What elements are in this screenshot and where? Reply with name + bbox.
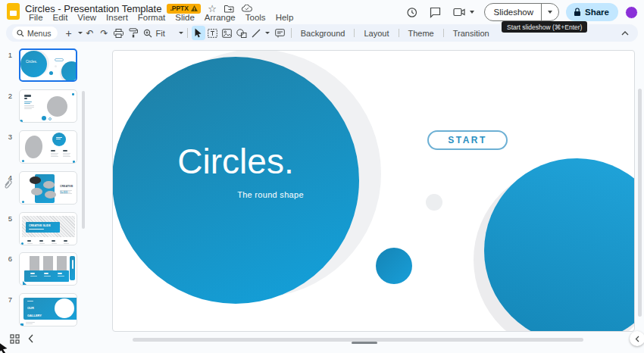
menu-view[interactable]: View — [73, 12, 101, 23]
menu-tools[interactable]: Tools — [241, 12, 270, 23]
slide-thumbnail-7[interactable]: OUR GALLERY — [19, 293, 77, 326]
header-actions: Slideshow Share — [404, 3, 638, 21]
thumb-gray-dot — [55, 65, 57, 67]
toolbar-collapse-button[interactable] — [618, 26, 632, 40]
slide-thumbnail-5[interactable]: CREATIVE SLIDE — [19, 212, 77, 245]
slide-thumbnail-1[interactable]: Circles. — [19, 48, 77, 82]
menu-help[interactable]: Help — [271, 12, 299, 23]
menu-arrange[interactable]: Arrange — [200, 12, 240, 23]
mouse-cursor — [0, 342, 10, 353]
thumb-label: OUR — [27, 307, 34, 311]
thumb-side-tab — [70, 256, 75, 280]
toolbar-divider — [291, 28, 292, 38]
start-button[interactable]: START — [427, 130, 508, 150]
paint-format-button[interactable] — [127, 26, 140, 40]
print-button[interactable] — [112, 26, 126, 40]
slideshow-button[interactable]: Slideshow — [485, 4, 541, 20]
zoom-value[interactable]: Fit — [155, 29, 167, 38]
chevron-down-icon — [548, 11, 552, 14]
slide-thumbnail-2[interactable] — [19, 89, 77, 123]
transition-button[interactable]: Transition — [448, 29, 495, 38]
slide-number: 5 — [5, 214, 15, 223]
share-button[interactable]: Share — [566, 3, 618, 21]
menu-insert[interactable]: Insert — [102, 12, 133, 23]
filmstrip-row-6: 6 — [0, 252, 88, 289]
slide-thumbnail-3[interactable] — [19, 130, 77, 164]
slide-subtitle[interactable]: The round shape — [237, 190, 304, 199]
menu-file[interactable]: File — [24, 12, 48, 23]
chevron-left-icon — [635, 336, 639, 342]
zoom-dropdown[interactable] — [179, 32, 183, 34]
menu-format[interactable]: Format — [133, 12, 170, 23]
select-tool-button[interactable] — [192, 26, 205, 40]
account-avatar[interactable] — [625, 6, 638, 19]
insert-image-button[interactable] — [220, 26, 234, 40]
video-call-icon[interactable] — [451, 4, 467, 20]
insert-line-dropdown[interactable] — [265, 32, 270, 34]
comments-icon[interactable] — [427, 4, 444, 20]
bottom-right-blue-circle[interactable] — [484, 158, 635, 332]
pptx-label: .PPTX — [170, 5, 189, 12]
thumb-blue-dot — [49, 71, 53, 75]
video-call-dropdown[interactable] — [470, 11, 474, 14]
slide-thumbnail-6[interactable] — [19, 252, 77, 286]
filmstrip-scrollbar[interactable] — [82, 91, 85, 229]
thumb-blue-square — [20, 323, 23, 326]
slide-number: 7 — [5, 295, 15, 304]
thumb-label: CREATIVE — [60, 185, 73, 188]
thumb-start-pill — [55, 58, 64, 61]
thumb-main-circle — [20, 51, 47, 77]
thumb-label: GALLERY — [27, 314, 42, 317]
menu-edit[interactable]: Edit — [48, 12, 73, 23]
thumb-right-circle — [61, 61, 77, 82]
cursor-icon — [194, 28, 202, 38]
filmstrip-row-7: 7 OUR GALLERY — [0, 293, 88, 330]
thumb-blue-circle — [52, 133, 66, 146]
google-slides-window: Circles - Presentation Template .PPTX ☆ … — [0, 0, 644, 353]
warning-icon — [191, 5, 198, 11]
slide-title[interactable]: Circles. — [177, 141, 293, 182]
redo-button[interactable]: ↷ — [98, 26, 111, 40]
toolbar-divider — [443, 29, 444, 37]
thumb-label: CREATIVE SLIDE — [29, 224, 51, 227]
slide-canvas[interactable]: Circles. The round shape START — [112, 50, 635, 332]
vertical-scrollbar[interactable] — [638, 89, 642, 317]
toolbar-divider — [399, 29, 399, 37]
menus-search-button[interactable]: Menus — [12, 27, 58, 39]
chevron-up-icon — [621, 31, 629, 36]
filmstrip-row-5: 5 CREATIVE SLIDE — [0, 212, 88, 248]
thumb-photo — [43, 256, 53, 272]
collapse-filmstrip-button[interactable] — [28, 334, 34, 343]
grid-view-button[interactable] — [10, 334, 20, 344]
slideshow-dropdown[interactable] — [542, 4, 558, 20]
insert-comment-button[interactable] — [274, 26, 287, 40]
menu-slide[interactable]: Slide — [170, 12, 199, 23]
new-slide-button[interactable]: + — [62, 26, 76, 40]
search-icon — [17, 30, 24, 37]
insert-line-button[interactable] — [249, 26, 263, 40]
menu-bar: File Edit View Insert Format Slide Arran… — [24, 12, 298, 23]
slides-app-icon[interactable] — [7, 3, 20, 20]
text-box-button[interactable] — [206, 26, 220, 40]
slide-thumbnail-4[interactable]: CREATIVE SLIDE — [19, 171, 77, 205]
undo-button[interactable]: ↶ — [83, 26, 97, 40]
thumb-blue-panel: OUR GALLERY — [23, 298, 77, 320]
version-history-icon[interactable] — [404, 4, 420, 20]
thumb-photo-oval — [23, 135, 43, 159]
insert-shape-button[interactable] — [235, 26, 249, 40]
gray-dot-circle[interactable] — [426, 194, 442, 211]
zoom-button[interactable] — [141, 26, 155, 40]
layout-button[interactable]: Layout — [358, 29, 394, 38]
filmstrip-row-4: 4 CREATIVE SLIDE — [0, 171, 88, 208]
thumb-white-circle — [55, 298, 74, 318]
slideshow-label: Slideshow — [494, 8, 533, 17]
small-blue-circle[interactable] — [376, 248, 412, 284]
thumb-dark-oval — [30, 176, 41, 184]
new-slide-dropdown[interactable] — [78, 32, 83, 34]
background-button[interactable]: Background — [295, 29, 351, 38]
notes-resize-handle[interactable] — [352, 342, 377, 344]
theme-button[interactable]: Theme — [403, 29, 439, 38]
filmstrip-row-3: 3 — [0, 130, 88, 167]
slideshow-tooltip: Start slideshow (⌘+Enter) — [502, 21, 587, 33]
notes-panel-button[interactable] — [630, 331, 644, 346]
